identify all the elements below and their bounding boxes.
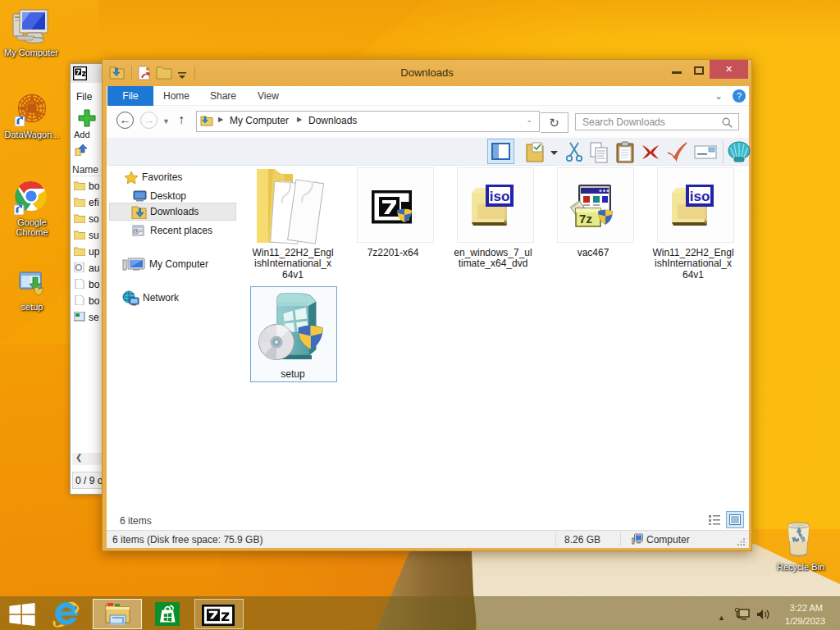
svg-text:iso: iso [490,189,510,204]
svg-text:iso: iso [690,189,710,204]
svg-text:7z: 7z [579,212,592,226]
